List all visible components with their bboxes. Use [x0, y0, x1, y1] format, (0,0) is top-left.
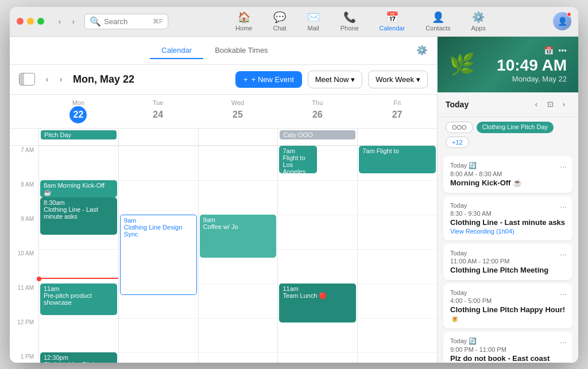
day-col-fri: 7am Flight to: [357, 146, 437, 363]
nav-chat[interactable]: 💬 Chat: [268, 9, 291, 34]
tab-calendar[interactable]: Calendar: [150, 42, 203, 59]
settings-button[interactable]: ⚙️: [416, 45, 428, 56]
event-clothing-pitch-meeting-mon[interactable]: 12:30pmClothing Line Pitch Meeting: [40, 352, 117, 363]
cal-nav: ‹ ›: [41, 73, 67, 86]
home-icon: 🏠: [238, 11, 250, 24]
close-button[interactable]: [17, 18, 24, 25]
today-events: ··· Today 🔄 8:00 AM - 8:30 AM Morning Ki…: [438, 153, 578, 363]
day-col-thu: 7amFlight to Los Angeles 11amTeam Lunch …: [277, 146, 357, 363]
today-event-4[interactable]: ··· Today 4:00 - 5:00 PM Clothing Line P…: [443, 283, 572, 328]
event-5-time-label: Today 🔄: [450, 337, 566, 345]
nav-phone[interactable]: 📞 Phone: [336, 9, 363, 34]
new-event-button[interactable]: + + New Event: [235, 71, 302, 88]
avatar[interactable]: 👤: [553, 12, 571, 30]
all-day-event-pitch-day[interactable]: Pitch Day: [41, 130, 117, 139]
nav-apps[interactable]: ⚙️ Apps: [467, 9, 490, 34]
today-event-3[interactable]: ··· Today 11:00 AM - 12:00 PM Clothing L…: [443, 244, 572, 280]
nav-home-label: Home: [235, 25, 252, 32]
day-header-tue: Tue 24: [118, 95, 198, 128]
days-header: Mon 22 Tue 24 Wed 25 Thu 26: [10, 95, 437, 129]
event-morning-kickoff[interactable]: 8am Morning Kick-Off ☕: [40, 180, 117, 197]
avatar-badge: [567, 12, 571, 17]
forward-button[interactable]: ›: [67, 15, 80, 28]
badge-count[interactable]: +12: [446, 137, 469, 148]
all-day-wed: [198, 129, 278, 145]
tab-bookable[interactable]: Bookable Times: [203, 42, 280, 59]
nav-mail-label: Mail: [308, 25, 319, 32]
nav-mail[interactable]: ✉️ Mail: [303, 9, 324, 34]
more-icon[interactable]: •••: [558, 46, 567, 55]
today-view-button[interactable]: ⊡: [544, 98, 556, 111]
main-content: Calendar Bookable Times ⚙️ ‹ › Mon, May …: [10, 37, 578, 363]
today-prev-button[interactable]: ‹: [530, 98, 543, 111]
cal-header: ‹ › Mon, May 22 + + New Event Meet Now ▾…: [10, 65, 437, 95]
badge-clothing-pitch[interactable]: Clothing Line Pitch Day: [477, 122, 554, 133]
next-period-button[interactable]: ›: [55, 73, 67, 86]
search-icon: 🔍: [90, 16, 101, 27]
event-prepitch[interactable]: 11amPre-pitch product showcase: [40, 283, 117, 315]
today-next-button[interactable]: ›: [558, 98, 570, 111]
sidebar-toggle[interactable]: [19, 73, 35, 86]
back-button[interactable]: ‹: [53, 15, 66, 28]
today-event-2[interactable]: ··· Today 8:30 - 9:30 AM Clothing Line -…: [443, 196, 572, 240]
minimize-button[interactable]: [27, 18, 34, 25]
current-time-line: [39, 278, 118, 279]
today-badges: OOO Clothing Line Pitch Day +12: [438, 117, 578, 153]
search-bar[interactable]: 🔍 ⌘F: [84, 14, 168, 29]
chat-icon: 💬: [273, 11, 286, 24]
titlebar-nav: 🏠 Home 💬 Chat ✉️ Mail 📞 Phone 📅 Calendar…: [231, 9, 490, 34]
badge-ooo[interactable]: OOO: [446, 122, 473, 133]
event-clothing-line-asks[interactable]: 8:30amClothing Line - Last minute asks: [40, 197, 117, 235]
work-week-label: Work Week: [376, 75, 414, 84]
calendar-grid: Mon 22 Tue 24 Wed 25 Thu 26: [10, 95, 437, 363]
titlebar: ‹ › 🔍 ⌘F 🏠 Home 💬 Chat ✉️ Mail 📞 Phone: [10, 7, 578, 37]
event-5-more-button[interactable]: ···: [560, 337, 567, 347]
time-11am: 11 AM: [10, 283, 38, 318]
nav-phone-label: Phone: [341, 25, 359, 32]
calendar-icon-top[interactable]: 📅: [544, 46, 554, 55]
maximize-button[interactable]: [37, 18, 44, 25]
prev-period-button[interactable]: ‹: [41, 73, 53, 86]
nav-calendar[interactable]: 📅 Calendar: [375, 9, 410, 34]
right-panel: 🌿 📅 ••• 10:49 AM Monday, May 22 Today ‹: [438, 37, 578, 363]
nav-home[interactable]: 🏠 Home: [231, 9, 257, 34]
all-day-event-caty-ooo[interactable]: Caty OOO: [280, 130, 355, 139]
today-event-1[interactable]: ··· Today 🔄 8:00 AM - 8:30 AM Morning Ki…: [443, 156, 572, 193]
clock-info: 📅 ••• 10:49 AM Monday, May 22: [482, 46, 567, 83]
search-input[interactable]: [104, 17, 150, 26]
event-2-time-label: Today: [450, 202, 566, 209]
day-header-thu: Thu 26: [277, 95, 357, 128]
event-1-time: 8:00 AM - 8:30 AM: [450, 170, 566, 177]
all-day-label: [10, 129, 38, 145]
all-day-mon: Pitch Day: [38, 129, 118, 145]
event-4-time: 4:00 - 5:00 PM: [450, 297, 566, 304]
current-time-dot: [37, 277, 41, 281]
event-3-time-label: Today: [450, 250, 566, 257]
time-7am: 7 AM: [10, 146, 38, 180]
meet-now-button[interactable]: Meet Now ▾: [308, 71, 363, 88]
nav-chat-label: Chat: [273, 25, 286, 32]
event-2-subtitle[interactable]: View Recording (1h04): [450, 228, 566, 235]
today-sidebar: Today ‹ ⊡ › OOO Clothing Line Pitch Day …: [438, 92, 578, 363]
event-clothing-design-sync[interactable]: 9amClothing Line Design Sync: [120, 215, 197, 295]
titlebar-right: 👤: [553, 12, 571, 30]
nav-contacts[interactable]: 👤 Contacts: [421, 9, 455, 34]
time-12pm: 12 PM: [10, 318, 38, 352]
time-1pm: 1 PM: [10, 352, 38, 363]
event-3-more-button[interactable]: ···: [560, 250, 567, 259]
event-1-more-button[interactable]: ···: [560, 162, 567, 171]
event-4-more-button[interactable]: ···: [560, 289, 567, 298]
event-team-lunch[interactable]: 11amTeam Lunch 🔴: [279, 283, 356, 323]
phone-icon: 📞: [343, 11, 356, 24]
event-2-more-button[interactable]: ···: [560, 202, 567, 211]
work-week-button[interactable]: Work Week ▾: [368, 71, 428, 88]
event-4-time-label: Today: [450, 289, 566, 296]
event-flight-thu[interactable]: 7amFlight to Los Angeles: [279, 146, 317, 173]
clock-section: 🌿 📅 ••• 10:49 AM Monday, May 22: [438, 37, 578, 92]
today-event-5[interactable]: ··· Today 🔄 9:00 PM - 11:00 PM Plz do no…: [443, 332, 572, 363]
event-flight-fri[interactable]: 7am Flight to: [359, 146, 436, 173]
event-2-time: 8:30 - 9:30 AM: [450, 210, 566, 217]
event-3-time: 11:00 AM - 12:00 PM: [450, 258, 566, 265]
event-5-time: 9:00 PM - 11:00 PM: [450, 346, 566, 353]
event-coffee-jo[interactable]: 9amCoffee w/ Jo: [200, 215, 277, 258]
